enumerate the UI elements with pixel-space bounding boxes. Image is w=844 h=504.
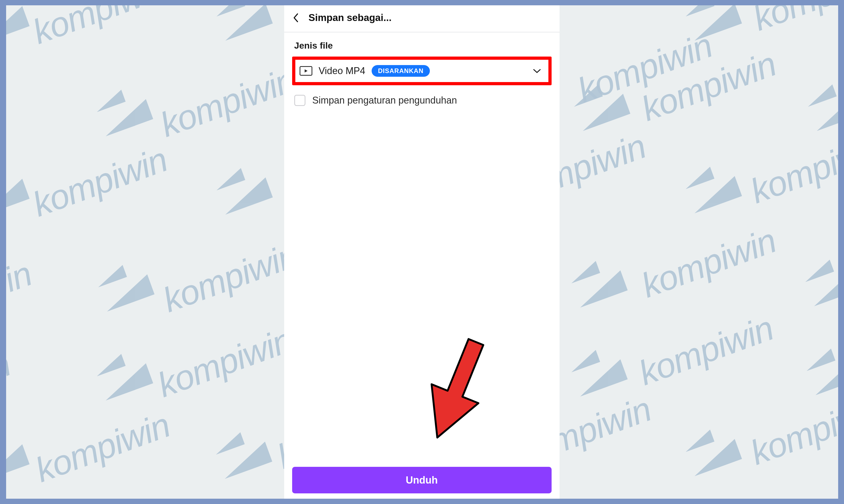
watermark-text: kompiwin (28, 5, 172, 52)
watermark-text: kompiwin (745, 126, 838, 211)
watermark-logo (92, 347, 154, 402)
watermark-logo (681, 160, 742, 215)
watermark-text: kompiwin (152, 320, 297, 405)
save-as-panel: Simpan sebagai... Jenis file Video MP4 D… (284, 5, 559, 499)
watermark-text: kompiwin (572, 25, 717, 110)
watermark-logo (212, 161, 273, 216)
header: Simpan sebagai... (284, 5, 559, 32)
watermark-text: kompiwin (6, 344, 16, 429)
watermark-text: kompiwin (636, 44, 781, 129)
watermark-logo (94, 258, 155, 313)
file-type-text: Video MP4 (319, 65, 365, 76)
svg-marker-0 (305, 69, 308, 72)
download-button[interactable]: Unduh (292, 467, 552, 493)
recommended-badge: DISARANKAN (372, 65, 430, 77)
file-type-value: Video MP4 DISARANKAN (299, 65, 533, 77)
watermark-logo (681, 423, 742, 478)
file-type-dropdown[interactable]: Video MP4 DISARANKAN (292, 57, 552, 85)
chevron-left-icon (293, 13, 298, 23)
watermark-text: kompiwin (155, 60, 300, 145)
file-type-label: Jenis file (294, 40, 552, 51)
watermark-text: kompiwin (158, 235, 303, 320)
video-icon (299, 66, 312, 76)
watermark-logo (802, 342, 838, 396)
watermark-logo (6, 163, 30, 217)
watermark-text: kompiwin (634, 308, 778, 393)
watermark-text: kompiwin (636, 220, 781, 306)
download-button-label: Unduh (406, 474, 437, 486)
watermark-logo (567, 254, 628, 309)
page-title: Simpan sebagai... (309, 12, 392, 23)
watermark-logo (212, 5, 273, 42)
screenshot-frame: kompiwin kompiwin kompiwin kompiwin komp… (6, 5, 838, 499)
watermark-logo (567, 343, 628, 398)
watermark-text: kompiwin (748, 5, 838, 38)
watermark-logo (570, 77, 631, 132)
watermark-text: kompiwin (6, 86, 8, 172)
watermark-text: kompiwin (745, 388, 838, 473)
save-settings-label: Simpan pengaturan pengunduhan (312, 95, 457, 106)
watermark-logo (801, 253, 838, 307)
watermark-logo (92, 83, 154, 138)
content-area: Jenis file Video MP4 DISARANKAN Simpan p… (284, 32, 559, 467)
watermark-text: kompiwin (30, 405, 175, 490)
save-settings-checkbox[interactable] (294, 95, 306, 106)
chevron-down-icon (533, 69, 541, 73)
watermark-logo (804, 77, 838, 132)
bottom-bar: Unduh (284, 467, 559, 499)
watermark-logo (6, 428, 30, 483)
watermark-text: kompiwin (6, 254, 37, 339)
watermark-text: kompiwin (28, 139, 172, 224)
back-button[interactable] (292, 13, 299, 23)
watermark-logo (212, 426, 273, 480)
watermark-logo (6, 5, 30, 44)
watermark-logo (681, 5, 742, 42)
save-settings-row: Simpan pengaturan pengunduhan (294, 95, 552, 106)
